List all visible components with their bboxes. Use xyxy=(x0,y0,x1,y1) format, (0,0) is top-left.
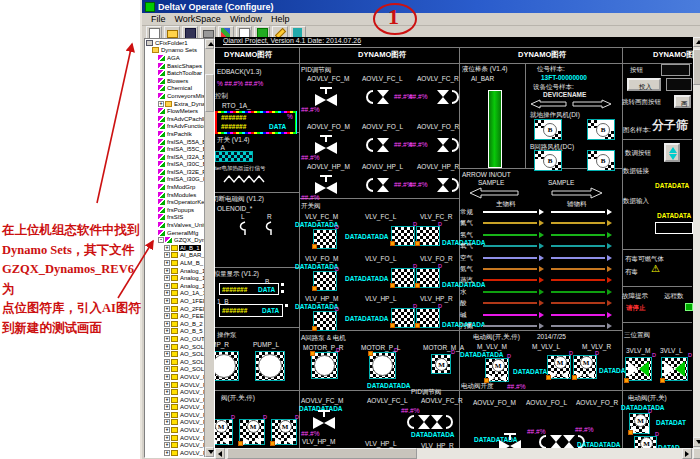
pid-valve-icon[interactable] xyxy=(435,90,461,104)
expand-icon[interactable]: + xyxy=(164,404,170,410)
menu-window[interactable]: Window xyxy=(230,14,262,24)
tree-item-AO_SOLENOID_L_[interactable]: +AO_SOLENOID_L_ xyxy=(145,343,206,351)
onoff-valve-icon[interactable]: D xyxy=(416,308,440,328)
tree-item-frsOperatorKeyBoa[interactable]: frsOperatorKeyBoa xyxy=(145,198,206,206)
motor-valve-icon[interactable]: MD xyxy=(215,419,233,445)
feedback-display-box[interactable]: ##############DATA% xyxy=(215,111,297,134)
expand-icon[interactable]: + xyxy=(164,268,170,274)
expand-icon[interactable]: + xyxy=(164,298,170,304)
tree-item-frsPopups[interactable]: frsPopups xyxy=(145,206,206,214)
tree-item-FlowMeters[interactable]: FlowMeters xyxy=(145,107,206,115)
tree-item-frsModules[interactable]: frsModules xyxy=(145,191,206,199)
tree-item-AO_OUT_[interactable]: +AO_OUT_ xyxy=(145,335,206,343)
tree-item-BasicShapes[interactable]: BasicShapes xyxy=(145,62,206,70)
tree-item-frsModGrp[interactable]: frsModGrp xyxy=(145,183,206,191)
tree-item-frsISA_I30C_B[interactable]: frsISA_I30C_B xyxy=(145,161,206,169)
tree-item-ConveyorsMisc[interactable]: ConveyorsMisc xyxy=(145,92,206,100)
tree-item-GZQX_Dynamos_REV6[interactable]: -GZQX_Dynamos_REV6 xyxy=(145,236,206,244)
motor-valve-icon[interactable]: MD xyxy=(485,358,509,382)
tree-item-AOVLV_FC_L_2[interactable]: +AOVLV_FC_L_2 xyxy=(145,381,206,389)
expand-icon[interactable]: + xyxy=(164,427,170,433)
menu-file[interactable]: File xyxy=(151,14,166,24)
onoff-valve-icon[interactable]: D xyxy=(313,271,337,291)
expand-icon[interactable]: + xyxy=(164,306,170,312)
expand-icon[interactable]: + xyxy=(164,412,170,418)
expand-icon[interactable]: + xyxy=(164,351,170,357)
analog-display-box[interactable]: #######DATA xyxy=(219,304,283,317)
expand-icon[interactable]: + xyxy=(164,313,170,319)
motor-valve-icon[interactable]: MD xyxy=(629,413,650,434)
tree-item-frsAdvFunctions_F[interactable]: frsAdvFunctions_F xyxy=(145,123,206,131)
tree-item-Analog_1ALM_1[interactable]: +Analog_1ALM_1 xyxy=(145,282,206,290)
pid-valve-icon[interactable] xyxy=(366,90,392,104)
expand-icon[interactable]: + xyxy=(164,290,170,296)
tree-item-AOVLV_FO_L_[interactable]: +AOVLV_FO_L_ xyxy=(145,441,206,449)
tree-item-AO_2FEEDBACK_[interactable]: +AO_2FEEDBACK_ xyxy=(145,305,206,313)
tree-scrollbar[interactable] xyxy=(204,39,214,457)
expand-icon[interactable]: + xyxy=(164,397,170,403)
pump-icon[interactable] xyxy=(255,351,285,381)
tree-item-Analog_1AI_2B[interactable]: +Analog_1AI_2B xyxy=(145,267,206,275)
tree-item-AOVLV_FO_L_1[interactable]: +AOVLV_FO_L_1 xyxy=(145,449,206,457)
tree-item-Dynamo Sets[interactable]: Dynamo Sets xyxy=(145,47,206,55)
expand-icon[interactable]: + xyxy=(164,252,170,258)
fan-icon[interactable]: B xyxy=(587,119,615,140)
pid-valve-icon[interactable] xyxy=(313,410,335,429)
motor-icon[interactable]: D xyxy=(311,352,338,379)
scroll-down-button[interactable] xyxy=(205,447,214,457)
tree-item-AOVLV_FC_M_4[interactable]: +AOVLV_FC_M_4 xyxy=(145,404,206,412)
onoff-valve-icon[interactable]: D xyxy=(313,229,337,249)
analog-display-box[interactable]: #######DATA xyxy=(219,283,279,295)
expand-icon[interactable]: + xyxy=(164,382,170,388)
scroll-thumb[interactable] xyxy=(227,448,417,459)
tree-item-frsISA_I30G_H_I[interactable]: frsISA_I30G_H_I xyxy=(145,176,206,184)
tree-item-AOVLV_FC_M_5[interactable]: +AOVLV_FC_M_5 xyxy=(145,411,206,419)
engage-button[interactable]: 投入 xyxy=(627,78,661,91)
expand-icon[interactable]: + xyxy=(164,336,170,342)
tree-item-Analog_1AI_9[interactable]: +Analog_1AI_9 xyxy=(145,274,206,282)
fan-icon[interactable]: B xyxy=(534,119,562,140)
expand-icon[interactable]: + xyxy=(164,344,170,350)
tree-item-AO_FEEDBACK_[interactable]: +AO_FEEDBACK_ xyxy=(145,312,206,320)
onoff-valve-icon[interactable]: D xyxy=(391,308,415,328)
tree-item-Extra_Dynamos[interactable]: +Extra_Dynamos xyxy=(145,100,206,108)
numeric-spinner[interactable] xyxy=(664,143,680,162)
expand-icon[interactable]: + xyxy=(164,328,170,334)
expand-icon[interactable]: + xyxy=(164,275,170,281)
scroll-up-button[interactable] xyxy=(205,39,214,49)
tree-item-frsSIS[interactable]: frsSIS xyxy=(145,214,206,222)
scroll-right-button[interactable] xyxy=(682,448,692,459)
expand-icon[interactable]: + xyxy=(164,419,170,425)
expand-icon[interactable]: + xyxy=(164,359,170,365)
onoff-valve-icon[interactable]: D xyxy=(391,226,415,246)
tree-item-GeneralMfg[interactable]: GeneralMfg xyxy=(145,229,206,237)
tree-item-AO_1A_1[interactable]: +AO_1A_1 xyxy=(145,290,206,298)
expand-icon[interactable]: + xyxy=(164,389,170,395)
expand-icon[interactable]: + xyxy=(164,442,170,448)
expand-icon[interactable]: + xyxy=(164,260,170,266)
motor-valve-icon[interactable]: MD xyxy=(573,355,597,379)
tree-item-frsISA_I32A_B[interactable]: frsISA_I32A_B xyxy=(145,153,206,161)
expand-icon[interactable]: + xyxy=(164,435,170,441)
tree-item-frsPachlk[interactable]: frsPachlk xyxy=(145,130,206,138)
tree-item-AOVLV_FC_R_1[interactable]: +AOVLV_FC_R_1 xyxy=(145,434,206,442)
motor-valve-icon[interactable]: MD xyxy=(271,419,297,445)
tree-item-AOVLV_FC_M_[interactable]: +AOVLV_FC_M_ xyxy=(145,388,206,396)
jump-screen-button[interactable]: 画 xyxy=(674,95,691,108)
expand-icon[interactable]: + xyxy=(158,101,164,107)
tree-item-AOVLV_FC_M_6[interactable]: +AOVLV_FC_M_6 xyxy=(145,419,206,427)
scroll-left-button[interactable] xyxy=(215,448,225,459)
tree-item-AO_B_2[interactable]: +AO_B_2 xyxy=(145,320,206,328)
data-input-field[interactable] xyxy=(655,222,693,234)
expand-icon[interactable]: + xyxy=(164,450,170,456)
tree-item-frsISA_I55A_B[interactable]: frsISA_I55A_B xyxy=(145,138,206,146)
expand-icon[interactable]: + xyxy=(164,321,170,327)
tree-item-AI_BAR_1[interactable]: +AI_BAR_1 xyxy=(145,252,206,260)
tree-item-frsValves_Unit[interactable]: frsValves_Unit xyxy=(145,221,206,229)
tree-item-AOVLV_FC_L_[interactable]: +AOVLV_FC_L_ xyxy=(145,373,206,381)
tree-item-AOVLV_FC_R_[interactable]: +AOVLV_FC_R_ xyxy=(145,426,206,434)
expand-icon[interactable]: + xyxy=(164,366,170,372)
tree-item-ALM_B_[interactable]: +ALM_B_ xyxy=(145,259,206,267)
motor-icon[interactable]: D xyxy=(369,352,396,379)
tree-item-frsISA_I32E_F[interactable]: frsISA_I32E_F xyxy=(145,168,206,176)
